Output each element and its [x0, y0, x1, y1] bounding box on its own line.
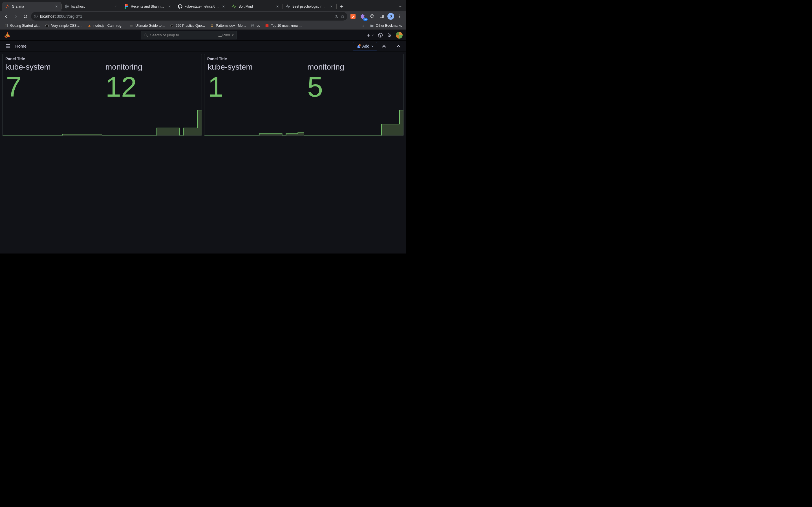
bookmark-item[interactable]: Very simple CSS a…	[43, 22, 84, 29]
tab-title: Recents and Sharing – Fig…	[131, 4, 165, 8]
browser-tab-localhost[interactable]: localhost	[62, 2, 121, 11]
doc-icon	[4, 23, 8, 28]
share-icon[interactable]	[335, 14, 338, 18]
bookmark-item[interactable]: Top 10 must-know…	[263, 22, 303, 29]
grafana-logo-icon[interactable]	[3, 31, 11, 39]
box-icon	[129, 23, 134, 28]
search-kbd: cmd+k	[218, 33, 234, 37]
tab-title: Best psychologist in Kochi,	[292, 4, 327, 8]
close-icon[interactable]	[167, 4, 172, 9]
svg-rect-4	[36, 15, 36, 16]
svg-point-12	[46, 24, 49, 27]
extension-postman[interactable]	[349, 12, 357, 20]
bookmark-star-icon[interactable]	[341, 14, 345, 18]
tab-title: Soft Mind	[239, 4, 273, 8]
back-button[interactable]	[2, 12, 10, 20]
news-icon[interactable]	[387, 33, 392, 38]
svg-rect-13	[130, 25, 133, 26]
svg-point-15	[211, 24, 212, 25]
svg-rect-23	[357, 46, 357, 48]
new-tab-button[interactable]	[338, 3, 346, 10]
svg-point-9	[400, 16, 400, 17]
browser-tabstrip: Grafana localhost Recents and Sharing – …	[0, 0, 406, 11]
search-placeholder: Search or jump to...	[150, 33, 182, 37]
browser-toolbar: localhost:3000/?orgId=1 10 S	[0, 11, 406, 21]
bookmark-item[interactable]: Ultimate Guide to…	[128, 22, 167, 29]
svg-point-10	[400, 17, 400, 18]
panel[interactable]: Panel Title kube-system 1 monitoring 5	[204, 54, 404, 136]
pulse-icon	[232, 4, 236, 9]
grafana-subheader: Home Add	[0, 41, 406, 52]
browser-tab-psychologist[interactable]: Best psychologist in Kochi,	[283, 2, 336, 11]
panel-title: Panel Title	[204, 54, 403, 61]
forward-button[interactable]	[12, 12, 20, 20]
profile-avatar[interactable]: S	[388, 13, 394, 20]
tab-list-button[interactable]	[396, 3, 404, 10]
close-icon[interactable]	[114, 4, 118, 9]
search-icon	[144, 33, 148, 37]
menu-icon[interactable]	[3, 42, 12, 51]
figma-icon	[124, 4, 129, 9]
bookmarks-bar: Getting Started wi… Very simple CSS a… n…	[0, 21, 406, 30]
url-text: localhost:3000/?orgId=1	[40, 14, 332, 18]
stat-label: monitoring	[105, 63, 198, 71]
github-icon	[178, 4, 183, 9]
browser-tab-github[interactable]: kube-state-metrics/docs/p…	[175, 2, 229, 11]
svg-rect-24	[358, 45, 359, 48]
grafana-create-button[interactable]	[366, 33, 374, 38]
badge-count: 10	[363, 18, 368, 21]
stat-monitoring: monitoring 5	[304, 61, 403, 135]
bookmark-item[interactable]: Patterns.dev - Mo…	[208, 22, 248, 29]
panel[interactable]: Panel Title kube-system 7 monitoring 12	[2, 54, 202, 136]
close-icon[interactable]	[329, 4, 334, 9]
stat-value: 7	[6, 73, 99, 101]
breadcrumb[interactable]: Home	[15, 44, 27, 48]
help-icon[interactable]	[378, 33, 383, 38]
sparkline	[204, 110, 304, 135]
stat-label: kube-system	[6, 63, 99, 71]
stat-label: monitoring	[307, 63, 400, 71]
stat-monitoring: monitoring 12	[102, 61, 202, 135]
stat-value: 12	[105, 73, 198, 101]
divider	[391, 43, 391, 49]
svg-point-21	[380, 36, 380, 37]
close-icon[interactable]	[275, 4, 280, 9]
browser-tab-figma[interactable]: Recents and Sharing – Fig…	[121, 2, 175, 11]
grafana-user-avatar[interactable]	[396, 32, 403, 39]
svg-point-8	[400, 15, 400, 15]
tab-separator	[336, 4, 337, 9]
side-panel-button[interactable]	[378, 12, 386, 20]
collapse-icon[interactable]	[394, 42, 403, 50]
other-bookmarks[interactable]: Other Bookmarks	[368, 22, 404, 29]
tab-title: kube-state-metrics/docs/p…	[185, 4, 219, 8]
browser-tab-grafana[interactable]: Grafana	[2, 2, 61, 11]
stat-kube-system: kube-system 1	[204, 61, 304, 135]
bookmark-item[interactable]: Getting Started wi…	[2, 22, 42, 29]
svg-point-14	[170, 24, 173, 27]
bookmark-item[interactable]: node.js - Can I reg…	[86, 22, 126, 29]
reload-button[interactable]	[21, 12, 29, 20]
svg-point-27	[384, 45, 385, 47]
svg-rect-3	[36, 16, 36, 17]
bookmarks-overflow-icon[interactable]: »	[361, 23, 366, 27]
bookmark-item[interactable]: 250 Practice Que…	[168, 22, 207, 29]
grafana-search[interactable]: Search or jump to... cmd+k	[141, 31, 237, 40]
extension-badge[interactable]: 10	[359, 12, 366, 20]
bookmark-item[interactable]: co	[249, 22, 262, 29]
svg-point-1	[126, 6, 128, 7]
add-panel-button[interactable]: Add	[353, 42, 377, 50]
close-icon[interactable]	[54, 4, 59, 9]
sparkline	[304, 110, 403, 135]
chrome-menu-button[interactable]	[396, 12, 404, 20]
stackoverflow-icon	[87, 23, 92, 28]
svg-rect-25	[359, 47, 360, 48]
close-icon[interactable]	[221, 4, 226, 9]
extensions-button[interactable]	[368, 12, 376, 20]
site-info-icon[interactable]	[34, 14, 38, 18]
person-icon	[210, 23, 214, 28]
settings-icon[interactable]	[380, 42, 388, 50]
grafana-icon	[5, 4, 10, 9]
url-bar[interactable]: localhost:3000/?orgId=1	[31, 12, 347, 20]
browser-tab-softmind[interactable]: Soft Mind	[229, 2, 283, 11]
dashboard-panels: Panel Title kube-system 7 monitoring 12	[0, 52, 406, 138]
